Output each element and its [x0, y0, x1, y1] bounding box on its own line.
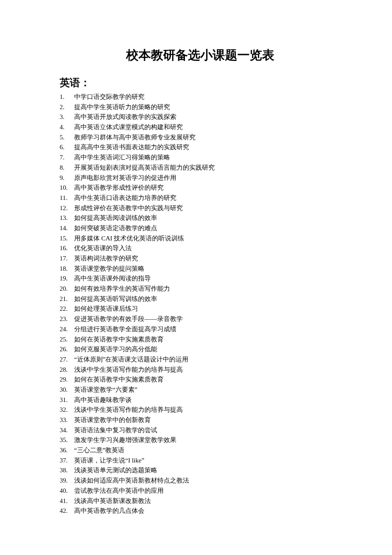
item-text: 英语构词法教学的研究	[74, 254, 341, 264]
topic-item: 16.优化英语课的导入法	[60, 243, 341, 254]
item-number: 9.	[60, 173, 74, 183]
topic-item: 32.浅谈中学生英语写作能力的培养与提高	[60, 405, 341, 415]
item-number: 42.	[60, 506, 74, 516]
topic-item: 8.开展英语短剧表演对提高英语语言能力的实践研究	[60, 163, 341, 173]
item-number: 28.	[60, 365, 74, 375]
item-number: 3.	[60, 112, 74, 122]
topic-list: 1.中学口语交际教学的研究2.提高中学生英语听力的策略的研究3.高中英语开放式阅…	[60, 92, 341, 516]
topic-item: 11.高中生英语口语表达能力培养的研究	[60, 193, 341, 203]
item-text: 分组进行英语教学全面提高学习成绩	[74, 324, 341, 335]
topic-item: 20.如何有效培养学生的英语写作能力	[60, 284, 341, 294]
topic-item: 42.高中英语教学的几点体会	[60, 506, 341, 516]
item-text: “三心二意”教英语	[74, 445, 341, 456]
topic-item: 29.如何在英语教学中实施素质教育	[60, 375, 341, 385]
item-number: 2.	[60, 102, 74, 113]
topic-item: 4.高中英语立体式课堂模式的构建和研究	[60, 122, 341, 133]
item-number: 25.	[60, 335, 74, 345]
section-header: 英语：	[60, 76, 341, 90]
topic-item: 7.高中学生英语词汇习得策略的策略	[60, 153, 341, 163]
topic-item: 28.浅谈中学生英语写作能力的培养与提高	[60, 365, 341, 375]
item-number: 11.	[60, 193, 74, 203]
topic-item: 12.形成性评价在英语教学中的实践与研究	[60, 203, 341, 214]
item-number: 26.	[60, 344, 74, 355]
topic-item: 33.英语课堂教学中的创新教育	[60, 415, 341, 425]
item-number: 15.	[60, 234, 74, 244]
item-number: 38.	[60, 465, 74, 476]
topic-item: 41.浅谈高中英语新课改新教法	[60, 496, 341, 506]
item-text: 形成性评价在英语教学中的实践与研究	[74, 203, 341, 214]
item-number: 40.	[60, 486, 74, 496]
item-text: 高中英语趣味教学谈	[74, 395, 341, 405]
item-text: 高中英语教学的几点体会	[74, 506, 341, 516]
topic-item: 37.英语课，让学生说“I like”	[60, 456, 341, 466]
topic-item: 38.浅谈英语单元测试的选题策略	[60, 465, 341, 476]
item-number: 13.	[60, 213, 74, 223]
item-text: 原声电影欣赏对英语学习的促进作用	[74, 173, 341, 183]
topic-item: 5.教师学习群体与高中英语教师专业发展研究	[60, 133, 341, 143]
item-number: 1.	[60, 92, 74, 102]
item-number: 7.	[60, 153, 74, 163]
item-number: 39.	[60, 476, 74, 486]
item-text: 浅谈如何适应高中英语新教材特点之教法	[74, 476, 341, 486]
item-text: 如何提高英语听写训练的效率	[74, 294, 341, 304]
item-text: 如何处理英语课后练习	[74, 304, 341, 314]
topic-item: 19.高中生英语课外阅读的指导	[60, 274, 341, 284]
item-number: 22.	[60, 304, 74, 314]
item-number: 21.	[60, 294, 74, 304]
document-page: 校本教研备选小课题一览表 英语： 1.中学口语交际教学的研究2.提高中学生英语听…	[0, 0, 392, 542]
topic-item: 23.促进英语教学的有效手段——录音教学	[60, 314, 341, 324]
topic-item: 27.“近体原则”在英语课文话题设计中的运用	[60, 355, 341, 365]
topic-item: 15.用多媒体 CAI 技术优化英语的听说训练	[60, 234, 341, 244]
item-number: 12.	[60, 203, 74, 214]
item-number: 29.	[60, 375, 74, 385]
item-text: 英语课，让学生说“I like”	[74, 456, 341, 466]
topic-item: 35.激发学生学习兴趣增强课堂教学效果	[60, 435, 341, 445]
topic-item: 36.“三心二意”教英语	[60, 445, 341, 456]
item-number: 16.	[60, 243, 74, 254]
item-number: 18.	[60, 264, 74, 274]
item-text: 高中生英语口语表达能力培养的研究	[74, 193, 341, 203]
item-number: 14.	[60, 223, 74, 234]
topic-item: 18.英语课堂教学的提问策略	[60, 264, 341, 274]
item-number: 17.	[60, 254, 74, 264]
item-text: 浅谈中学生英语写作能力的培养与提高	[74, 405, 341, 415]
topic-item: 21.如何提高英语听写训练的效率	[60, 294, 341, 304]
item-text: 如何有效培养学生的英语写作能力	[74, 284, 341, 294]
item-text: 如何突破英语定语教学的难点	[74, 223, 341, 234]
item-number: 5.	[60, 133, 74, 143]
item-number: 31.	[60, 395, 74, 405]
item-text: 如何在英语教学中实施素质教育	[74, 375, 341, 385]
item-number: 4.	[60, 122, 74, 133]
topic-item: 25.如何在英语教学中实施素质教育	[60, 335, 341, 345]
topic-item: 3.高中英语开放式阅读教学的实践探索	[60, 112, 341, 122]
topic-item: 6.提高高中生英语书面表达能力的实践研究	[60, 142, 341, 153]
topic-item: 13.如何提高英语阅读训练的效率	[60, 213, 341, 223]
item-number: 10.	[60, 183, 74, 193]
item-text: 用多媒体 CAI 技术优化英语的听说训练	[74, 234, 341, 244]
item-number: 19.	[60, 274, 74, 284]
item-text: 促进英语教学的有效手段——录音教学	[74, 314, 341, 324]
item-text: 高中英语立体式课堂模式的构建和研究	[74, 122, 341, 133]
item-text: 如何在英语教学中实施素质教育	[74, 335, 341, 345]
item-number: 24.	[60, 324, 74, 335]
item-number: 20.	[60, 284, 74, 294]
document-title: 校本教研备选小课题一览表	[60, 47, 341, 64]
topic-item: 14.如何突破英语定语教学的难点	[60, 223, 341, 234]
topic-item: 34.英语语法集中复习教学的尝试	[60, 425, 341, 436]
item-number: 36.	[60, 445, 74, 456]
item-text: 浅谈英语单元测试的选题策略	[74, 465, 341, 476]
item-number: 41.	[60, 496, 74, 506]
item-text: 提高中学生英语听力的策略的研究	[74, 102, 341, 113]
item-text: 如何克服英语学习的高分低能	[74, 344, 341, 355]
topic-item: 10.高中英语教学形成性评价的研究	[60, 183, 341, 193]
topic-item: 26.如何克服英语学习的高分低能	[60, 344, 341, 355]
item-number: 32.	[60, 405, 74, 415]
item-text: 激发学生学习兴趣增强课堂教学效果	[74, 435, 341, 445]
item-text: 高中英语开放式阅读教学的实践探索	[74, 112, 341, 122]
item-text: 高中英语教学形成性评价的研究	[74, 183, 341, 193]
item-number: 23.	[60, 314, 74, 324]
topic-item: 30.英语课堂教学“六要素”	[60, 385, 341, 395]
item-number: 37.	[60, 456, 74, 466]
item-text: 教师学习群体与高中英语教师专业发展研究	[74, 133, 341, 143]
item-text: 优化英语课的导入法	[74, 243, 341, 254]
